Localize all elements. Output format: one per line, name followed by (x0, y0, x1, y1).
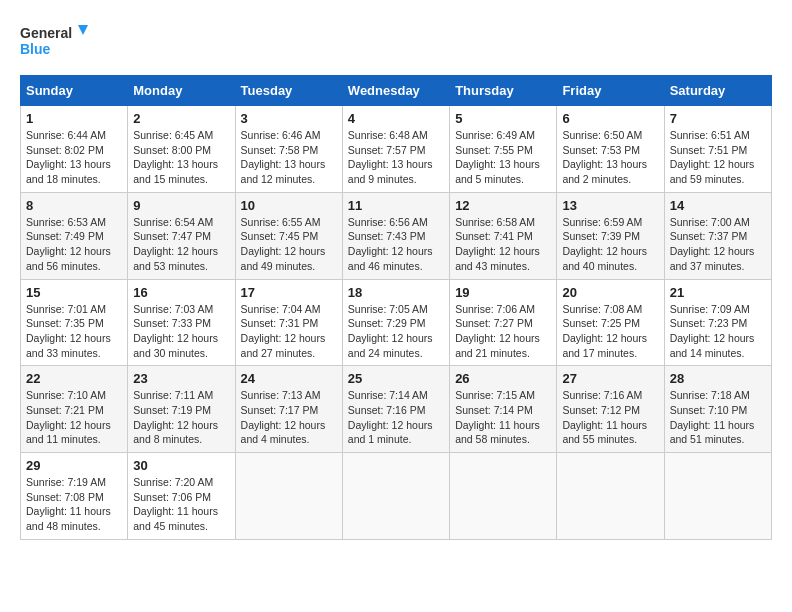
day-number: 23 (133, 371, 229, 386)
day-info: Sunrise: 7:15 AM Sunset: 7:14 PM Dayligh… (455, 388, 551, 447)
day-number: 12 (455, 198, 551, 213)
day-info: Sunrise: 6:45 AM Sunset: 8:00 PM Dayligh… (133, 128, 229, 187)
calendar-cell: 6Sunrise: 6:50 AM Sunset: 7:53 PM Daylig… (557, 106, 664, 193)
day-number: 10 (241, 198, 337, 213)
day-info: Sunrise: 6:49 AM Sunset: 7:55 PM Dayligh… (455, 128, 551, 187)
day-number: 15 (26, 285, 122, 300)
calendar-week-row: 1Sunrise: 6:44 AM Sunset: 8:02 PM Daylig… (21, 106, 772, 193)
calendar-cell: 29Sunrise: 7:19 AM Sunset: 7:08 PM Dayli… (21, 453, 128, 540)
day-info: Sunrise: 7:20 AM Sunset: 7:06 PM Dayligh… (133, 475, 229, 534)
day-number: 6 (562, 111, 658, 126)
day-number: 21 (670, 285, 766, 300)
day-number: 22 (26, 371, 122, 386)
svg-text:Blue: Blue (20, 41, 51, 57)
day-info: Sunrise: 7:05 AM Sunset: 7:29 PM Dayligh… (348, 302, 444, 361)
day-number: 25 (348, 371, 444, 386)
calendar-header-saturday: Saturday (664, 76, 771, 106)
day-info: Sunrise: 7:11 AM Sunset: 7:19 PM Dayligh… (133, 388, 229, 447)
calendar-cell: 28Sunrise: 7:18 AM Sunset: 7:10 PM Dayli… (664, 366, 771, 453)
day-number: 24 (241, 371, 337, 386)
calendar-header-wednesday: Wednesday (342, 76, 449, 106)
calendar-cell: 9Sunrise: 6:54 AM Sunset: 7:47 PM Daylig… (128, 192, 235, 279)
day-info: Sunrise: 7:13 AM Sunset: 7:17 PM Dayligh… (241, 388, 337, 447)
calendar-cell (450, 453, 557, 540)
day-number: 14 (670, 198, 766, 213)
calendar-cell: 17Sunrise: 7:04 AM Sunset: 7:31 PM Dayli… (235, 279, 342, 366)
day-number: 7 (670, 111, 766, 126)
calendar-cell: 13Sunrise: 6:59 AM Sunset: 7:39 PM Dayli… (557, 192, 664, 279)
calendar-week-row: 29Sunrise: 7:19 AM Sunset: 7:08 PM Dayli… (21, 453, 772, 540)
calendar-cell: 19Sunrise: 7:06 AM Sunset: 7:27 PM Dayli… (450, 279, 557, 366)
day-number: 18 (348, 285, 444, 300)
day-info: Sunrise: 7:03 AM Sunset: 7:33 PM Dayligh… (133, 302, 229, 361)
day-info: Sunrise: 7:14 AM Sunset: 7:16 PM Dayligh… (348, 388, 444, 447)
calendar-cell: 4Sunrise: 6:48 AM Sunset: 7:57 PM Daylig… (342, 106, 449, 193)
calendar-cell: 24Sunrise: 7:13 AM Sunset: 7:17 PM Dayli… (235, 366, 342, 453)
day-info: Sunrise: 7:08 AM Sunset: 7:25 PM Dayligh… (562, 302, 658, 361)
logo: General Blue (20, 20, 90, 65)
day-number: 5 (455, 111, 551, 126)
calendar-cell: 7Sunrise: 6:51 AM Sunset: 7:51 PM Daylig… (664, 106, 771, 193)
calendar-header-friday: Friday (557, 76, 664, 106)
day-info: Sunrise: 6:50 AM Sunset: 7:53 PM Dayligh… (562, 128, 658, 187)
day-number: 27 (562, 371, 658, 386)
calendar-cell: 30Sunrise: 7:20 AM Sunset: 7:06 PM Dayli… (128, 453, 235, 540)
day-info: Sunrise: 7:19 AM Sunset: 7:08 PM Dayligh… (26, 475, 122, 534)
day-info: Sunrise: 7:18 AM Sunset: 7:10 PM Dayligh… (670, 388, 766, 447)
calendar-cell: 3Sunrise: 6:46 AM Sunset: 7:58 PM Daylig… (235, 106, 342, 193)
day-number: 29 (26, 458, 122, 473)
day-info: Sunrise: 6:53 AM Sunset: 7:49 PM Dayligh… (26, 215, 122, 274)
day-number: 17 (241, 285, 337, 300)
day-number: 2 (133, 111, 229, 126)
calendar-cell: 26Sunrise: 7:15 AM Sunset: 7:14 PM Dayli… (450, 366, 557, 453)
day-number: 11 (348, 198, 444, 213)
day-info: Sunrise: 6:58 AM Sunset: 7:41 PM Dayligh… (455, 215, 551, 274)
day-number: 26 (455, 371, 551, 386)
day-info: Sunrise: 7:16 AM Sunset: 7:12 PM Dayligh… (562, 388, 658, 447)
day-number: 9 (133, 198, 229, 213)
calendar-cell: 21Sunrise: 7:09 AM Sunset: 7:23 PM Dayli… (664, 279, 771, 366)
calendar-cell: 10Sunrise: 6:55 AM Sunset: 7:45 PM Dayli… (235, 192, 342, 279)
calendar-week-row: 22Sunrise: 7:10 AM Sunset: 7:21 PM Dayli… (21, 366, 772, 453)
generalblue-logo: General Blue (20, 20, 90, 65)
calendar-cell: 20Sunrise: 7:08 AM Sunset: 7:25 PM Dayli… (557, 279, 664, 366)
day-info: Sunrise: 6:51 AM Sunset: 7:51 PM Dayligh… (670, 128, 766, 187)
calendar-header-tuesday: Tuesday (235, 76, 342, 106)
day-number: 8 (26, 198, 122, 213)
day-info: Sunrise: 6:44 AM Sunset: 8:02 PM Dayligh… (26, 128, 122, 187)
calendar-cell (235, 453, 342, 540)
calendar-cell: 1Sunrise: 6:44 AM Sunset: 8:02 PM Daylig… (21, 106, 128, 193)
day-number: 4 (348, 111, 444, 126)
day-number: 16 (133, 285, 229, 300)
day-info: Sunrise: 7:06 AM Sunset: 7:27 PM Dayligh… (455, 302, 551, 361)
calendar-cell (664, 453, 771, 540)
day-number: 13 (562, 198, 658, 213)
calendar-cell: 25Sunrise: 7:14 AM Sunset: 7:16 PM Dayli… (342, 366, 449, 453)
day-info: Sunrise: 7:04 AM Sunset: 7:31 PM Dayligh… (241, 302, 337, 361)
calendar-cell: 8Sunrise: 6:53 AM Sunset: 7:49 PM Daylig… (21, 192, 128, 279)
calendar-cell: 16Sunrise: 7:03 AM Sunset: 7:33 PM Dayli… (128, 279, 235, 366)
calendar-cell: 14Sunrise: 7:00 AM Sunset: 7:37 PM Dayli… (664, 192, 771, 279)
calendar-cell: 15Sunrise: 7:01 AM Sunset: 7:35 PM Dayli… (21, 279, 128, 366)
day-info: Sunrise: 6:54 AM Sunset: 7:47 PM Dayligh… (133, 215, 229, 274)
day-info: Sunrise: 6:56 AM Sunset: 7:43 PM Dayligh… (348, 215, 444, 274)
header: General Blue (20, 20, 772, 65)
calendar-cell (557, 453, 664, 540)
day-info: Sunrise: 7:01 AM Sunset: 7:35 PM Dayligh… (26, 302, 122, 361)
day-info: Sunrise: 6:48 AM Sunset: 7:57 PM Dayligh… (348, 128, 444, 187)
day-number: 30 (133, 458, 229, 473)
calendar-cell: 23Sunrise: 7:11 AM Sunset: 7:19 PM Dayli… (128, 366, 235, 453)
calendar-header-row: SundayMondayTuesdayWednesdayThursdayFrid… (21, 76, 772, 106)
day-number: 20 (562, 285, 658, 300)
day-info: Sunrise: 6:55 AM Sunset: 7:45 PM Dayligh… (241, 215, 337, 274)
day-number: 19 (455, 285, 551, 300)
svg-text:General: General (20, 25, 72, 41)
calendar-header-monday: Monday (128, 76, 235, 106)
calendar-cell: 12Sunrise: 6:58 AM Sunset: 7:41 PM Dayli… (450, 192, 557, 279)
calendar-cell: 27Sunrise: 7:16 AM Sunset: 7:12 PM Dayli… (557, 366, 664, 453)
calendar-cell: 2Sunrise: 6:45 AM Sunset: 8:00 PM Daylig… (128, 106, 235, 193)
calendar-week-row: 8Sunrise: 6:53 AM Sunset: 7:49 PM Daylig… (21, 192, 772, 279)
calendar-week-row: 15Sunrise: 7:01 AM Sunset: 7:35 PM Dayli… (21, 279, 772, 366)
svg-marker-2 (78, 25, 88, 35)
calendar-header-sunday: Sunday (21, 76, 128, 106)
